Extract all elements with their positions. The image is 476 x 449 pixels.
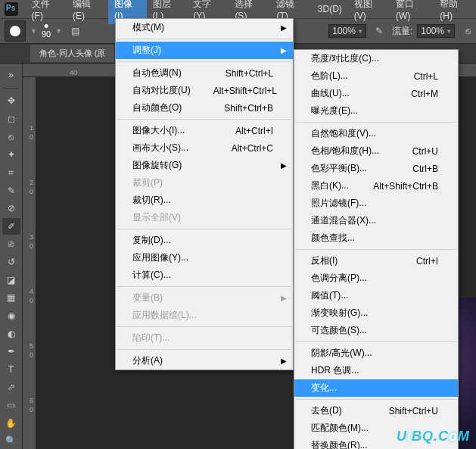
menu-item-label: 分析(A) xyxy=(132,354,163,367)
menubar: 文件(F) 编辑(E) 图像(I) 图层(L) 文字(Y) 选择(S) 滤镜(T… xyxy=(0,0,476,18)
image-menu-item: 陷印(T)... xyxy=(116,329,293,347)
adjust-menu-item[interactable]: 色彩平衡(B)...Ctrl+B xyxy=(294,160,458,177)
menu-item-label: 模式(M) xyxy=(132,21,164,34)
lasso-tool[interactable]: ⎋ xyxy=(2,129,20,145)
image-menu-item[interactable]: 图像大小(I)...Alt+Ctrl+I xyxy=(116,122,293,139)
menu-item-label: 色调分离(P)... xyxy=(311,272,367,285)
crop-tool[interactable]: ⌗ xyxy=(2,164,20,181)
chevron-down-icon[interactable]: ▼ xyxy=(30,27,37,35)
image-menu-item[interactable]: 自动对比度(U)Alt+Shift+Ctrl+L xyxy=(116,82,293,99)
adjust-menu-item[interactable]: 色调分离(P)... xyxy=(294,270,458,287)
ruler-tick: 0 xyxy=(23,242,33,250)
gradient-tool[interactable]: ▦ xyxy=(2,289,20,306)
image-menu-item[interactable]: 分析(A)▶ xyxy=(116,352,293,369)
menu-item-label: 替换颜色(R)... xyxy=(311,439,368,449)
adjust-menu-item[interactable]: 照片滤镜(F)... xyxy=(294,195,458,212)
adjust-menu-item[interactable]: 通道混合器(X)... xyxy=(294,212,458,229)
history-brush-tool[interactable]: ↺ xyxy=(2,254,20,270)
zoom-tool[interactable]: 🔍 xyxy=(2,432,20,449)
flow-control[interactable]: 100% ▾ xyxy=(417,24,455,38)
adjust-menu-item[interactable]: 曝光度(E)... xyxy=(294,102,458,120)
menu-item-shortcut: Alt+Shift+Ctrl+L xyxy=(213,86,277,96)
stamp-tool[interactable]: ⎚ xyxy=(2,236,20,253)
menu-item-shortcut: Ctrl+B xyxy=(412,164,438,174)
image-menu-item[interactable]: 自动颜色(O)Shift+Ctrl+B xyxy=(116,99,293,117)
adjust-menu-item[interactable]: 变化... xyxy=(294,379,458,397)
marquee-tool[interactable]: ◻ xyxy=(2,111,20,127)
flow-value: 100% xyxy=(421,26,444,36)
adjust-menu-item[interactable]: 色相/饱和度(H)...Ctrl+U xyxy=(294,142,458,160)
brush-panel-icon[interactable]: ▤ xyxy=(67,23,83,39)
image-menu-item[interactable]: 应用图像(Y)... xyxy=(116,249,293,267)
tool-preset-picker[interactable] xyxy=(5,20,26,42)
document-tab[interactable]: 角色-同人头像 (原 xyxy=(30,45,114,62)
menu-item-label: 照片滤镜(F)... xyxy=(311,197,366,210)
menu-edit[interactable]: 编辑(E) xyxy=(67,0,108,24)
menu-item-label: 反相(I) xyxy=(311,254,338,267)
image-menu-item[interactable]: 图像旋转(G)▶ xyxy=(116,157,293,174)
image-menu-item[interactable]: 复制(D)... xyxy=(116,232,293,249)
menu-item-shortcut: Ctrl+M xyxy=(411,89,438,99)
ruler-tick: 4 xyxy=(23,288,33,295)
adjust-menu-item[interactable]: 阈值(T)... xyxy=(294,287,458,304)
brush-tool[interactable]: ✐ xyxy=(2,218,20,235)
adjust-menu-item[interactable]: 去色(D)Shift+Ctrl+U xyxy=(294,402,458,419)
move-tool[interactable]: ✥ xyxy=(2,93,20,110)
opacity-control[interactable]: 100% ▾ xyxy=(328,24,366,38)
airbrush-icon[interactable]: ⎋ xyxy=(459,23,476,39)
blur-tool[interactable]: ◉ xyxy=(2,307,20,324)
adjust-menu-item[interactable]: 亮度/对比度(C)... xyxy=(294,50,458,67)
pen-tool[interactable]: ✒ xyxy=(2,343,20,360)
menu-item-label: 通道混合器(X)... xyxy=(311,214,376,227)
menu-item-label: 亮度/对比度(C)... xyxy=(311,52,379,65)
image-menu-item[interactable]: 自动色调(N)Shift+Ctrl+L xyxy=(116,64,293,82)
eyedropper-tool[interactable]: ✎ xyxy=(2,182,20,199)
menu-view[interactable]: 视图(V) xyxy=(348,0,390,24)
eraser-tool[interactable]: ◪ xyxy=(2,272,20,288)
adjust-menu-item[interactable]: 曲线(U)...Ctrl+M xyxy=(294,85,458,102)
adjust-menu-item[interactable]: 颜色查找... xyxy=(294,229,458,247)
type-tool[interactable]: T xyxy=(2,361,20,378)
menu-item-label: 渐变映射(G)... xyxy=(311,307,368,320)
image-menu-item[interactable]: 画布大小(S)...Alt+Ctrl+C xyxy=(116,139,293,157)
adjust-menu-item[interactable]: 渐变映射(G)... xyxy=(294,304,458,322)
menu-item-shortcut: Alt+Shift+Ctrl+B xyxy=(373,181,438,192)
ruler-tick: 5 xyxy=(23,342,33,350)
brush-size-control[interactable]: • 90 xyxy=(42,23,51,39)
menu-help[interactable]: 帮助(H) xyxy=(434,0,476,24)
path-selection-tool[interactable]: ⬀ xyxy=(2,379,20,396)
image-menu-item[interactable]: 调整(J)▶ xyxy=(116,42,293,59)
adjust-menu-item[interactable]: 黑白(K)...Alt+Shift+Ctrl+B xyxy=(294,177,458,195)
menu-item-label: 自动色调(N) xyxy=(132,67,182,80)
healing-tool[interactable]: ⊘ xyxy=(2,200,20,217)
adjust-menu-item[interactable]: HDR 色调... xyxy=(294,362,458,379)
image-menu-item[interactable]: 模式(M)▶ xyxy=(116,19,293,36)
chevron-down-icon[interactable]: ▼ xyxy=(55,27,62,35)
image-menu-item[interactable]: 裁切(R)... xyxy=(116,192,293,209)
shape-tool[interactable]: ▭ xyxy=(2,397,20,413)
adjust-menu-item[interactable]: 阴影/高光(W)... xyxy=(294,345,458,362)
chevron-down-icon: ▾ xyxy=(447,27,451,35)
collapse-icon[interactable]: » xyxy=(2,67,20,83)
adjust-menu-item[interactable]: 反相(I)Ctrl+I xyxy=(294,252,458,270)
dodge-tool[interactable]: ◐ xyxy=(2,326,20,342)
pressure-opacity-icon[interactable]: ✎ xyxy=(371,23,387,39)
menu-item-label: 色阶(L)... xyxy=(311,70,348,83)
wand-tool[interactable]: ✦ xyxy=(2,146,20,163)
flow-label: 流量: xyxy=(392,25,412,38)
menu-item-label: 匹配颜色(M)... xyxy=(311,422,369,435)
menu-item-label: 图像大小(I)... xyxy=(132,124,185,137)
ruler-tick: 0 xyxy=(23,133,33,141)
ruler-vertical: 1 0 2 0 3 0 4 0 5 0 6 0 7 xyxy=(23,77,36,449)
adjust-menu-item[interactable]: 色阶(L)...Ctrl+L xyxy=(294,67,458,85)
hand-tool[interactable]: ✋ xyxy=(2,415,20,432)
menu-item-label: 应用数据组(L)... xyxy=(132,309,197,322)
menu-window[interactable]: 窗口(W) xyxy=(390,0,434,24)
image-menu-item[interactable]: 计算(C)... xyxy=(116,267,293,284)
adjust-menu-item[interactable]: 自然饱和度(V)... xyxy=(294,125,458,142)
menu-3d[interactable]: 3D(D) xyxy=(312,1,348,17)
adjust-menu-item[interactable]: 可选颜色(S)... xyxy=(294,322,458,339)
opacity-value: 100% xyxy=(332,26,356,36)
menu-item-label: 裁切(R)... xyxy=(132,194,171,207)
brush-size-value: 90 xyxy=(42,30,51,39)
